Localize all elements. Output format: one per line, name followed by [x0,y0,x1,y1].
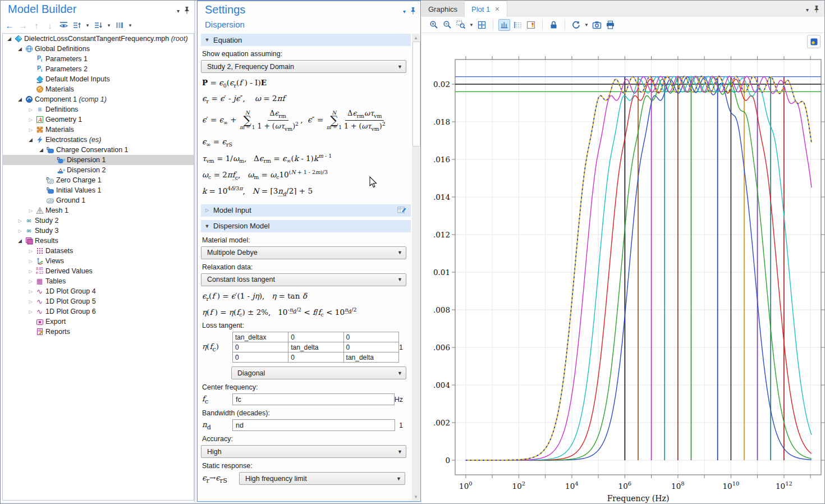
loss-tangent-cell-0-2[interactable]: 0 [343,332,398,342]
tree-item-mesh-1[interactable]: ▷Mesh 1 [3,205,194,216]
tree-item-definitions[interactable]: ▷≡Definitions [3,104,194,114]
material-model-dropdown[interactable]: Multipole Debye ▼ [201,246,406,259]
loss-tangent-cell-0-0[interactable]: tan_deltax [233,332,288,342]
expand-arrow-icon[interactable]: ▷ [27,309,34,314]
axes-toggle-icon[interactable] [498,19,510,31]
collapse-arrow-icon[interactable]: ◢ [16,97,24,102]
tree-item-reports[interactable]: Reports [3,327,194,337]
loss-tangent-cell-0-1[interactable]: 0 [288,332,343,342]
plot-canvas[interactable]: 1001021041061081010101200.0020.0040.0060… [421,33,825,503]
expand-arrow-icon[interactable]: ▷ [27,127,34,132]
loss-tangent-cell-1-2[interactable]: 0 [343,342,398,352]
tab-plot-1[interactable]: Plot 1 ✕ [465,1,507,17]
model-input-section-header[interactable]: ▷ Model Input [201,204,411,217]
expand-arrow-icon[interactable]: ▷ [27,279,34,284]
tree-item-default-model-inputs[interactable]: Default Model Inputs [3,74,194,84]
tree-item-derived-values[interactable]: ▷8.85e-12Derived Values [3,266,194,276]
fc-input[interactable]: fc [232,393,395,405]
grid-toggle-icon[interactable] [512,19,524,31]
model-tree-chevron-icon[interactable]: ▾ [127,20,133,31]
zoom-out-icon[interactable] [442,19,453,31]
scroll-down-icon[interactable]: ▼ [412,493,420,501]
tree-item-study-2[interactable]: ▷∞Study 2 [3,216,194,226]
move-down-icon[interactable]: ↓ [44,20,56,31]
tree-item-views[interactable]: ▷Views [3,256,194,266]
tree-item-charge-conservation-1[interactable]: ◢DCharge Conservation 1 [3,145,194,155]
zoom-box-chevron-icon[interactable]: ▼ [469,22,474,28]
tree-item-dispersion-2[interactable]: ✳Dispersion 2 [3,165,194,175]
tree-item-datasets[interactable]: ▷Datasets [3,246,194,256]
collapse-all-icon[interactable] [71,20,82,31]
scroll-up-icon[interactable]: ▲ [412,34,420,42]
dispersion-model-section-header[interactable]: ▼ Dispersion Model [201,220,411,232]
tree-item-1d-plot-group-5[interactable]: ▷∿1D Plot Group 5 [3,296,194,306]
tree-item-materials[interactable]: Materials [3,84,194,94]
collapse-arrow-icon[interactable]: ◢ [16,238,24,244]
tree-item-initial-values-1[interactable]: DInitial Values 1 [3,185,194,195]
collapse-arrow-icon[interactable]: ◢ [6,36,13,42]
tree-item-study-3[interactable]: ▷∞Study 3 [3,226,194,236]
refresh-chevron-icon[interactable]: ▼ [584,22,589,28]
tree-item-dispersion-1[interactable]: D✳Dispersion 1 [3,155,194,165]
model-tree-node-text-icon[interactable] [114,20,125,31]
static-response-dropdown[interactable]: High frequency limit ▼ [239,472,405,485]
tree-item-geometry-1[interactable]: ▷AGeometry 1 [3,114,194,125]
settings-menu-chevron-icon[interactable]: ▾ [403,9,406,15]
matrix-type-dropdown[interactable]: Diagonal ▼ [231,366,406,379]
snapshot-icon[interactable] [591,19,603,31]
zoom-box-icon[interactable] [455,19,467,31]
refresh-icon[interactable] [570,19,582,31]
tree-item-tables[interactable]: ▷▦Tables [3,276,194,286]
expand-arrow-icon[interactable]: ▷ [16,228,24,233]
relaxation-dropdown[interactable]: Constant loss tangent ▼ [201,273,406,286]
tree-item-dielectriclossconstanttangentfrequency-mph[interactable]: ◢DielectricLossConstantTangentFrequency.… [3,34,194,44]
expand-arrow-icon[interactable]: ▷ [27,259,34,264]
scrollbar-thumb[interactable] [412,42,420,146]
pin-icon[interactable] [184,6,190,16]
expand-arrow-icon[interactable]: ▷ [27,208,34,213]
tree-item-electrostatics[interactable]: ◢Electrostatics (es) [3,135,194,145]
tree-item-1d-plot-group-4[interactable]: ▷∿1D Plot Group 4 [3,286,194,296]
close-tab-icon[interactable]: ✕ [494,6,499,13]
collapse-all-chevron-icon[interactable]: ▾ [85,20,90,31]
loss-tangent-cell-1-1[interactable]: tan_delta [288,342,343,352]
zoom-in-icon[interactable] [428,19,440,31]
forward-icon[interactable]: → [17,20,29,31]
equation-section-header[interactable]: ▼ Equation [201,34,411,46]
tree-item-component-1[interactable]: ◢Component 1 (comp 1) [3,94,194,104]
accuracy-dropdown[interactable]: High ▼ [201,445,406,458]
settings-pin-icon[interactable] [410,7,416,17]
panel-menu-chevron-icon[interactable]: ▾ [177,8,180,14]
loss-tangent-cell-1-0[interactable]: 0 [233,342,288,352]
loss-tangent-cell-2-0[interactable]: 0 [233,352,288,363]
tree-item-ground-1[interactable]: Ground 1 [3,195,194,205]
tree-item-parameters-2[interactable]: PiParameters 2 [3,64,194,74]
settings-scrollbar[interactable]: ▲ ▼ [412,34,420,501]
zoom-extents-icon[interactable] [476,19,488,31]
legends-toggle-icon[interactable] [525,19,537,31]
loss-tangent-cell-2-2[interactable]: tan_delta [343,352,398,363]
edit-model-input-icon[interactable] [397,205,406,216]
tree-item-zero-charge-1[interactable]: DZero Charge 1 [3,175,194,185]
lock-icon[interactable] [548,19,560,31]
move-up-icon[interactable]: ↑ [31,20,42,31]
graphics-pin-icon[interactable] [814,5,819,15]
tree-item-materials[interactable]: ▷Materials [3,125,194,135]
expand-arrow-icon[interactable]: ▷ [27,299,34,304]
loss-tangent-cell-2-1[interactable]: 0 [288,352,343,363]
expand-arrow-icon[interactable]: ▷ [16,218,24,223]
expand-all-chevron-icon[interactable]: ▾ [106,20,112,31]
collapse-arrow-icon[interactable]: ◢ [38,147,45,153]
expand-arrow-icon[interactable]: ▷ [27,269,34,274]
graphics-menu-chevron-icon[interactable]: ▾ [806,7,809,13]
expand-arrow-icon[interactable]: ▷ [27,249,34,254]
study-dropdown[interactable]: Study 2, Frequency Domain ▼ [201,60,406,73]
tree-item-results[interactable]: ◢Results [3,236,194,246]
tab-graphics[interactable]: Graphics [421,1,465,17]
show-icon[interactable] [58,20,69,31]
back-icon[interactable]: ← [4,20,15,31]
collapse-arrow-icon[interactable]: ◢ [16,46,24,52]
tree-item-global-definitions[interactable]: ◢Global Definitions [3,44,194,54]
tree-item-1d-plot-group-6[interactable]: ▷∿1D Plot Group 6 [3,306,194,317]
print-icon[interactable] [604,19,616,31]
